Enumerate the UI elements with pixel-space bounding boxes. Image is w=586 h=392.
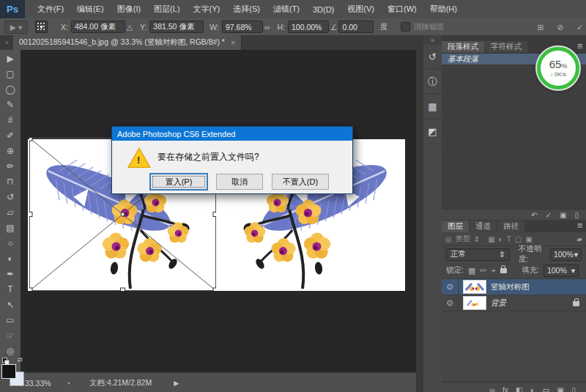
quick-select-tool-button[interactable]: ✎ xyxy=(0,97,21,112)
tab-layers[interactable]: 图层 xyxy=(442,221,469,232)
place-button[interactable]: 置入(P) xyxy=(150,174,207,190)
delete-layer-icon[interactable]: ▯ xyxy=(571,385,576,392)
document-tab-close-icon[interactable]: × xyxy=(231,38,235,47)
lock-all-icon[interactable] xyxy=(500,268,507,273)
tab-paragraph-styles[interactable]: 段落样式 xyxy=(442,41,484,53)
document-tab[interactable]: 0012025185941546_b.jpg @ 33.3% (竖轴对称图, R… xyxy=(13,35,242,50)
tab-paths[interactable]: 路径 xyxy=(497,221,524,232)
layer2-name[interactable]: 背景 xyxy=(491,298,506,308)
marquee-tool-button[interactable]: ▢ xyxy=(0,66,21,81)
relative-position-delta-icon[interactable]: △ xyxy=(127,23,133,32)
clone-stamp-tool-button[interactable]: ⊓ xyxy=(0,174,21,189)
adjustment-filter-icon[interactable]: ◐ xyxy=(499,235,503,243)
menu-item-file[interactable]: 文件(F) xyxy=(31,4,70,15)
lock-position-icon[interactable]: + xyxy=(492,266,496,275)
download-progress-overlay[interactable]: 65% ↓ 0K/s xyxy=(537,47,579,89)
status-menu-arrow-icon[interactable]: ▶ xyxy=(174,380,179,387)
pixel-filter-icon[interactable]: ▦ xyxy=(488,235,494,243)
layer-effects-icon[interactable]: fx xyxy=(502,385,508,392)
warp-mode-toggle-icon[interactable]: ⊞ xyxy=(538,23,544,32)
shape-filter-icon[interactable]: ▢ xyxy=(515,235,522,243)
menu-item-image[interactable]: 图像(I) xyxy=(111,4,147,15)
link-layers-icon[interactable]: ∞ xyxy=(489,385,495,392)
dodge-tool-button[interactable]: ◐ xyxy=(0,251,21,266)
filter-kind-label[interactable]: 类型 xyxy=(456,234,470,244)
move-tool-button[interactable]: ▶ xyxy=(0,51,21,66)
blend-mode-select[interactable]: 正常 ⇕ xyxy=(446,248,510,261)
height-scale-field[interactable]: 100.00% xyxy=(288,21,329,33)
layer1-name[interactable]: 竖轴对称图 xyxy=(491,282,530,292)
adjustment-layer-icon[interactable]: ◐ xyxy=(530,385,535,392)
link-dimensions-icon[interactable]: ∞ xyxy=(264,23,270,32)
menu-item-filter[interactable]: 滤镜(T) xyxy=(267,4,306,15)
x-position-field[interactable]: 484.00 像素 xyxy=(71,21,125,33)
menu-item-3d[interactable]: 3D(D) xyxy=(306,5,341,14)
layer-mask-icon[interactable]: ◧ xyxy=(516,385,523,392)
hand-tool-button[interactable]: ☞ xyxy=(0,328,21,343)
layer1-visibility-toggle[interactable]: ⊙ xyxy=(442,279,459,295)
menu-item-type[interactable]: 文字(Y) xyxy=(187,4,227,15)
new-layer-icon[interactable]: ▣ xyxy=(557,385,564,392)
brush-tool-button[interactable]: ✏ xyxy=(0,158,21,174)
cancel-button[interactable]: 取消 xyxy=(216,174,263,190)
menu-item-select[interactable]: 选择(S) xyxy=(226,4,267,15)
width-scale-field[interactable]: 97.68% xyxy=(222,21,263,33)
eraser-tool-button[interactable]: ▱ xyxy=(0,204,21,220)
filter-kind-caret-icon[interactable]: ⇕ xyxy=(474,235,480,243)
filter-toggle-icon[interactable]: ▰ xyxy=(576,235,582,243)
menu-item-edit[interactable]: 编辑(E) xyxy=(70,4,111,15)
smart-object-filter-icon[interactable]: ▣ xyxy=(525,235,532,243)
layer2-thumbnail[interactable] xyxy=(464,297,486,309)
default-colors-icon[interactable] xyxy=(2,358,9,364)
expand-panels-icon[interactable]: » xyxy=(423,35,442,45)
y-position-field[interactable]: 381.50 像素 xyxy=(149,21,204,33)
layer2-visibility-toggle[interactable]: ⊙ xyxy=(442,295,459,311)
gradient-tool-button[interactable]: ▤ xyxy=(0,220,21,235)
menu-item-window[interactable]: 窗口(W) xyxy=(381,4,423,15)
crop-tool-button[interactable]: # xyxy=(0,112,21,127)
history-panel-button[interactable]: ↺ xyxy=(423,45,442,70)
tab-character-styles[interactable]: 字符样式 xyxy=(485,41,527,53)
paragraph-panel-menu-icon[interactable]: ≣ xyxy=(577,42,583,50)
pen-tool-button[interactable]: ✒ xyxy=(0,266,21,281)
menu-item-view[interactable]: 视图(V) xyxy=(341,4,381,15)
tool-preset-picker[interactable]: ▶ ▾ xyxy=(4,21,28,34)
rotation-field[interactable]: 0.00 xyxy=(338,21,374,33)
healing-brush-tool-button[interactable]: ⊕ xyxy=(0,143,21,158)
info-panel-button[interactable]: ⓘ xyxy=(423,70,442,95)
type-tool-button[interactable]: T xyxy=(0,281,21,297)
menu-item-layer[interactable]: 图层(L) xyxy=(147,4,186,15)
tab-scroll-icon[interactable]: » xyxy=(0,35,13,50)
layer-group-icon[interactable]: ▭ xyxy=(542,385,549,392)
delete-style-icon[interactable]: ▯ xyxy=(574,211,579,219)
foreground-color-swatch[interactable] xyxy=(1,364,16,379)
tab-channels[interactable]: 通道 xyxy=(470,221,497,232)
swap-colors-icon[interactable]: ⇄ xyxy=(17,356,23,363)
properties-panel-button[interactable]: ▦ xyxy=(423,95,442,119)
cancel-transform-icon[interactable]: ⊘ xyxy=(557,23,563,32)
path-select-tool-button[interactable]: ↖ xyxy=(0,297,21,312)
dialog-title-bar[interactable]: Adobe Photoshop CS6 Extended xyxy=(112,127,352,141)
lasso-tool-button[interactable]: ◯ xyxy=(0,81,21,97)
fill-select[interactable]: 100% ▾ xyxy=(544,265,579,277)
lock-transparent-pixels-icon[interactable]: ▦ xyxy=(468,266,475,275)
opacity-select[interactable]: 100% ▾ xyxy=(550,248,582,261)
layers-panel-menu-icon[interactable]: ≣ xyxy=(577,221,583,229)
type-filter-icon[interactable]: T xyxy=(507,235,511,243)
zoom-level-field[interactable]: 33.33% xyxy=(25,379,51,388)
blur-tool-button[interactable]: ○ xyxy=(0,235,21,251)
menu-item-help[interactable]: 帮助(H) xyxy=(423,4,464,15)
canvas-area[interactable] xyxy=(21,50,416,372)
lock-image-pixels-icon[interactable]: ✏ xyxy=(480,266,486,275)
commit-transform-icon[interactable]: ✓ xyxy=(576,23,583,32)
layer-row-background[interactable]: ⊙ 背景 xyxy=(442,295,586,311)
redefine-style-icon[interactable]: ✓ xyxy=(546,211,552,219)
dont-place-button[interactable]: 不置入(D) xyxy=(272,174,329,190)
layer-row-symmetry[interactable]: ⊙ 竖轴对称图 xyxy=(442,279,586,295)
reference-point-locator[interactable] xyxy=(35,21,48,33)
new-style-icon[interactable]: ▣ xyxy=(560,211,566,219)
shape-tool-button[interactable]: ▭ xyxy=(0,312,21,328)
eyedropper-tool-button[interactable]: ✐ xyxy=(0,127,21,143)
antialias-checkbox[interactable] xyxy=(401,22,410,32)
history-brush-tool-button[interactable]: ↺ xyxy=(0,189,21,204)
